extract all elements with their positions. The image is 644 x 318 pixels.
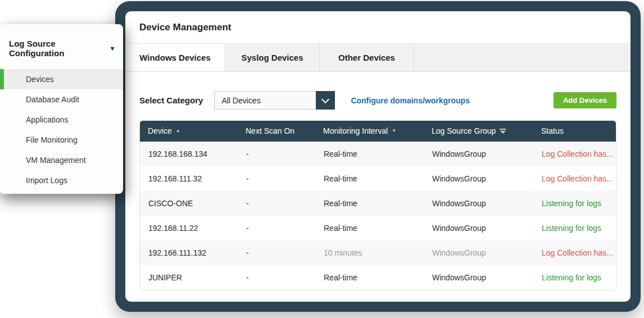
table-row[interactable]: CISCO-ONE-Real-timeWindowsGroupListening… (140, 191, 616, 216)
select-category-label: Select Category (139, 96, 203, 105)
sidebar-item-label: Database Audit (26, 95, 79, 104)
column-label: Monitoring Interval (323, 126, 388, 135)
column-label: Log Source Group (432, 126, 496, 135)
sort-desc-icon: ▼ (392, 129, 396, 133)
table-row[interactable]: 192.168.111.132-10 minutesWindowsGroupLo… (140, 240, 616, 265)
category-select[interactable]: All Devices (214, 91, 335, 110)
column-header-log-source-group[interactable]: Log Source Group (423, 126, 533, 135)
devices-table: Device▲Next Scan OnMonitoring Interval▼L… (139, 120, 616, 290)
device-cell: 192.168.11.22 (140, 224, 238, 233)
sidebar-nav: DevicesDatabase AuditApplicationsFile Mo… (0, 69, 123, 190)
status-cell[interactable]: Log Collection has... (533, 149, 616, 158)
next-scan-cell: - (238, 224, 315, 233)
monitoring-interval-cell: Real-time (315, 149, 424, 158)
next-scan-cell: - (238, 248, 315, 257)
monitoring-interval-cell: Real-time (315, 224, 424, 233)
chevron-down-icon[interactable] (316, 91, 335, 110)
sidebar-item-file-monitoring[interactable]: File Monitoring (0, 130, 123, 150)
table-row[interactable]: 192.168.11.22-Real-timeWindowsGroupListe… (140, 216, 616, 240)
sidebar-item-devices[interactable]: Devices (0, 69, 123, 89)
monitoring-interval-cell: Real-time (315, 174, 424, 183)
toolbar: Select Category All Devices Configure do… (139, 91, 616, 110)
sidebar-title-dropdown[interactable]: Log Source Configuration ▾ (0, 24, 123, 69)
column-label: Next Scan On (246, 126, 294, 135)
column-header-monitoring-interval[interactable]: Monitoring Interval▼ (315, 126, 423, 135)
status-cell[interactable]: Log Collection has... (533, 174, 616, 183)
column-label: Device (148, 126, 172, 135)
tab-label: Syslog Devices (241, 53, 303, 62)
sidebar-item-vm-management[interactable]: VM Management (0, 150, 123, 170)
app-window-frame: Device Management Windows DevicesSyslog … (115, 1, 641, 312)
device-management-panel: Device Management Windows DevicesSyslog … (125, 11, 631, 302)
tab-label: Other Devices (338, 53, 395, 62)
sidebar-item-label: Devices (26, 75, 54, 84)
device-cell: JUNIPER (140, 273, 238, 282)
monitoring-interval-cell: Real-time (315, 199, 424, 208)
table-row[interactable]: 192.168.111.32-Real-timeWindowsGroupLog … (140, 166, 616, 191)
add-devices-button[interactable]: Add Devices (554, 92, 616, 108)
sidebar-item-applications[interactable]: Applications (0, 110, 123, 130)
sort-asc-icon: ▲ (176, 129, 180, 133)
column-header-status[interactable]: Status (533, 126, 616, 135)
tab-label: Windows Devices (139, 53, 211, 62)
table-header-row: Device▲Next Scan OnMonitoring Interval▼L… (139, 120, 616, 142)
table-row[interactable]: JUNIPER-Real-timeWindowsGroupListening f… (140, 265, 616, 290)
table-row[interactable]: 192.168.168.134-Real-timeWindowsGroupLog… (140, 142, 616, 166)
configure-domains-link[interactable]: Configure domains/workgroups (351, 96, 470, 105)
status-cell[interactable]: Listening for logs (533, 273, 616, 282)
next-scan-cell: - (238, 149, 315, 158)
device-cell: 192.168.111.32 (140, 174, 238, 183)
filter-icon (500, 129, 506, 134)
column-label: Status (541, 126, 564, 135)
caret-down-icon: ▾ (111, 44, 114, 52)
tab-windows-devices[interactable]: Windows Devices (125, 44, 225, 71)
category-select-value: All Devices (215, 96, 316, 105)
monitoring-interval-cell: Real-time (315, 273, 424, 282)
status-cell[interactable]: Listening for logs (533, 224, 616, 233)
sidebar-item-label: Applications (26, 115, 69, 124)
status-cell[interactable]: Listening for logs (533, 199, 616, 208)
next-scan-cell: - (238, 199, 315, 208)
page-title: Device Management (139, 22, 231, 33)
column-header-next-scan-on[interactable]: Next Scan On (237, 126, 315, 135)
panel-header: Device Management (125, 11, 631, 44)
log-source-group-cell: WindowsGroup (424, 149, 533, 158)
sidebar: Log Source Configuration ▾ DevicesDataba… (0, 24, 123, 194)
filter-icon-bar (500, 129, 506, 130)
status-cell[interactable]: Log Collection has... (533, 248, 616, 257)
log-source-group-cell: WindowsGroup (424, 273, 533, 282)
tab-syslog-devices[interactable]: Syslog Devices (225, 44, 320, 71)
device-cell: 192.168.111.132 (140, 248, 238, 257)
log-source-group-cell: WindowsGroup (424, 199, 533, 208)
sidebar-item-label: Import Logs (26, 176, 67, 185)
next-scan-cell: - (238, 273, 315, 282)
log-source-group-cell: WindowsGroup (424, 174, 533, 183)
log-source-group-cell: WindowsGroup (424, 248, 533, 257)
next-scan-cell: - (238, 174, 315, 183)
device-cell: 192.168.168.134 (140, 149, 238, 158)
device-cell: CISCO-ONE (140, 199, 238, 208)
sidebar-item-import-logs[interactable]: Import Logs (0, 170, 123, 190)
monitoring-interval-cell: 10 minutes (315, 248, 424, 257)
sidebar-item-label: VM Management (26, 156, 86, 165)
sidebar-title: Log Source Configuration (9, 39, 106, 58)
sidebar-item-database-audit[interactable]: Database Audit (0, 89, 123, 110)
log-source-group-cell: WindowsGroup (424, 224, 533, 233)
table-body: 192.168.168.134-Real-timeWindowsGroupLog… (140, 142, 616, 290)
column-header-device[interactable]: Device▲ (139, 126, 237, 135)
tab-other-devices[interactable]: Other Devices (320, 44, 414, 71)
filter-icon-triangle (500, 131, 506, 134)
tab-bar: Windows DevicesSyslog DevicesOther Devic… (125, 44, 631, 72)
sidebar-item-label: File Monitoring (26, 135, 78, 144)
